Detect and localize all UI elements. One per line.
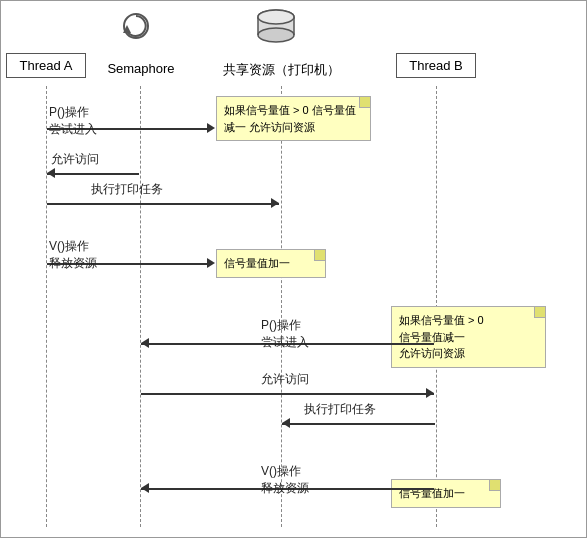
arrow-print-1 [47, 194, 279, 214]
note-semaphore-p1: 如果信号量值 > 0 信号量值减一 允许访问资源 [216, 96, 371, 141]
svg-point-7 [258, 10, 294, 24]
label-allow2: 允许访问 [261, 371, 309, 388]
label-print1: 执行打印任务 [91, 181, 163, 198]
svg-point-0 [124, 14, 148, 38]
lifeline-shared [281, 86, 282, 527]
actor-thread-a: Thread A [6, 53, 86, 78]
label-p1: P()操作 尝试进入 [49, 104, 97, 138]
label-v1: V()操作 释放资源 [49, 238, 97, 272]
label-v2: V()操作 释放资源 [261, 463, 309, 497]
lifeline-thread-a [46, 86, 47, 527]
semaphore-icon [121, 11, 151, 41]
label-p2: P()操作 尝试进入 [261, 317, 309, 351]
shared-resource-label: 共享资源（打印机） [211, 61, 351, 79]
diagram-container: Thread A Semaphore 共享资源（打印机） Thread B [0, 0, 587, 538]
label-allow1: 允许访问 [51, 151, 99, 168]
lifeline-semaphore [140, 86, 141, 527]
label-print2: 执行打印任务 [304, 401, 376, 418]
actor-thread-b: Thread B [396, 53, 476, 78]
shared-resource-icon [256, 9, 296, 44]
svg-point-4 [258, 28, 294, 42]
note-semaphore-v1: 信号量值加一 [216, 249, 326, 278]
semaphore-label: Semaphore [100, 61, 182, 76]
